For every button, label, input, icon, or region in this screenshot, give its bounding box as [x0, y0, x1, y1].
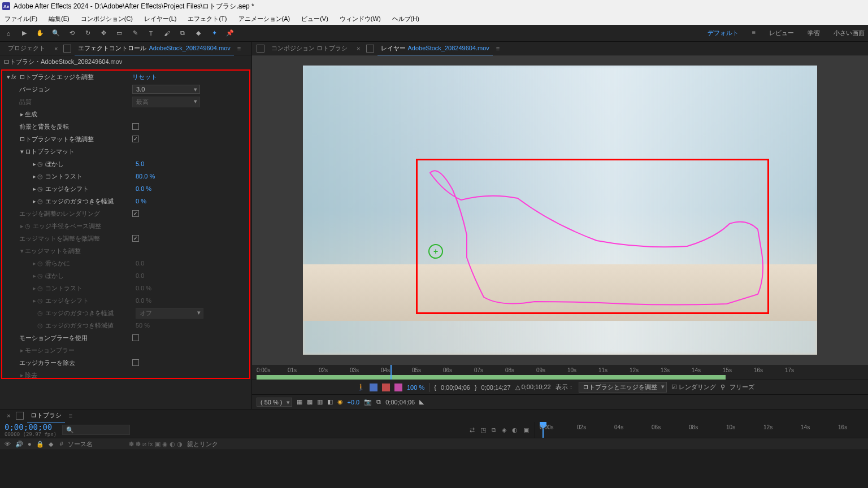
person-icon[interactable]: 🚶 — [357, 384, 365, 391]
hand-tool-icon[interactable]: ✋ — [35, 28, 45, 38]
channel-icon[interactable]: ◧ — [327, 398, 333, 406]
rotate-tool-icon[interactable]: ↻ — [83, 28, 93, 38]
exposure-value[interactable]: +0.0 — [348, 399, 360, 406]
shift-edge-value[interactable]: 0.0 % — [136, 185, 151, 192]
menu-file[interactable]: ファイル(F) — [2, 14, 40, 24]
close-tab-icon[interactable]: × — [52, 45, 60, 52]
zoom-dropdown[interactable]: ( 50 % ) — [257, 398, 292, 407]
twirl-down-icon[interactable]: ▾ — [6, 73, 11, 81]
fx-badge-icon[interactable]: fx — [11, 73, 19, 80]
panel-lock-icon[interactable] — [257, 45, 264, 53]
timeline-ruler[interactable]: 0:00s02s04s06s08s10s12s14s16s18s20s22s24… — [535, 422, 863, 438]
selection-tool-icon[interactable]: ▶ — [19, 28, 29, 38]
in-point-icon[interactable]: { — [434, 384, 436, 391]
out-point-icon[interactable]: } — [475, 384, 477, 391]
twirl-right-icon[interactable]: ▸ — [32, 173, 37, 180]
alpha-icon[interactable]: ◣ — [419, 398, 424, 406]
produce-label[interactable]: 生成 — [25, 110, 138, 119]
transparency-grid-icon[interactable]: ▩ — [307, 398, 313, 406]
graph-editor-icon[interactable]: ▣ — [523, 426, 529, 434]
segment-color-swatch[interactable] — [382, 384, 390, 391]
rendering-checkbox[interactable]: ☑ レンダリング — [671, 383, 716, 391]
shape-tool-icon[interactable]: ▭ — [114, 28, 124, 38]
orbit-tool-icon[interactable]: ⟲ — [67, 28, 77, 38]
twirl-down-icon[interactable]: ▾ — [19, 148, 25, 155]
panel-lock-icon[interactable] — [16, 412, 24, 420]
frame-blend-icon[interactable]: ◈ — [502, 426, 506, 434]
show-snapshot-icon[interactable]: ⧉ — [376, 398, 381, 406]
segment-color-swatch[interactable] — [394, 384, 402, 391]
current-time-value[interactable]: 0;00;04;06 — [385, 399, 415, 406]
freeze-button[interactable]: フリーズ — [730, 383, 754, 391]
feather-value[interactable]: 5.0 — [136, 160, 144, 167]
hide-shy-icon[interactable]: ⧉ — [492, 426, 496, 434]
clone-tool-icon[interactable]: ⧉ — [177, 28, 188, 38]
workspace-review[interactable]: レビュー — [769, 29, 794, 37]
panel-menu-icon[interactable]: ≡ — [496, 45, 500, 52]
stopwatch-icon[interactable]: ◷ — [37, 198, 45, 205]
brush-size-value[interactable]: 100 % — [407, 384, 424, 391]
anchor-tool-icon[interactable]: ✥ — [98, 28, 108, 38]
eraser-tool-icon[interactable]: ◆ — [193, 28, 203, 38]
timeline-timecode[interactable]: 0;00;00;00 — [5, 422, 57, 432]
menu-window[interactable]: ウィンドウ(W) — [337, 14, 383, 24]
layer-playhead[interactable] — [390, 365, 392, 380]
effect-controls-tab[interactable]: エフェクトコントロール AdobeStock_208249604.mov — [75, 42, 233, 55]
invert-fg-bg-checkbox[interactable] — [132, 123, 139, 130]
menu-help[interactable]: ヘルプ(H) — [390, 14, 422, 24]
pen-tool-icon[interactable]: ✎ — [130, 28, 140, 38]
use-motion-blur-checkbox[interactable] — [132, 334, 139, 341]
out-point-value[interactable]: 0;00;14;27 — [481, 384, 511, 391]
source-name-header[interactable]: ソース名 — [68, 440, 124, 448]
twirl-right-icon[interactable]: ▸ — [19, 111, 25, 118]
layer-tab[interactable]: レイヤー AdobeStock_208249604.mov — [377, 42, 493, 55]
viewer-body[interactable]: + — [252, 55, 868, 365]
workspace-small[interactable]: 小さい画面 — [834, 29, 865, 37]
twirl-right-icon[interactable]: ▸ — [32, 160, 37, 168]
menu-animation[interactable]: アニメーション(A) — [236, 14, 293, 24]
segment-color-swatch[interactable] — [370, 384, 377, 391]
mask-toggle-icon[interactable]: ▥ — [317, 398, 323, 406]
home-icon[interactable]: ⌂ — [3, 28, 14, 38]
color-mgmt-icon[interactable]: ◉ — [337, 398, 343, 406]
ec-tab-filename[interactable]: AdobeStock_208249604.mov — [149, 45, 230, 51]
pin-tool-icon[interactable]: 📌 — [225, 28, 235, 38]
workspace-study[interactable]: 学習 — [808, 29, 820, 37]
close-tab-icon[interactable]: × — [5, 412, 12, 419]
project-tab[interactable]: プロジェクト — [5, 42, 49, 55]
menu-layer[interactable]: レイヤー(L) — [142, 14, 179, 24]
effect-name-label[interactable]: ロトブラシとエッジを調整 — [19, 73, 132, 81]
in-point-value[interactable]: 0;00;04;06 — [441, 384, 470, 391]
type-tool-icon[interactable]: T — [146, 28, 156, 38]
display-mode-dropdown[interactable]: ロトブラシとエッジを調整 — [579, 382, 667, 393]
label-column-icon[interactable]: ◆ — [49, 441, 55, 448]
layer-time-ruler[interactable]: 0:00s01s02s03s04s05s06s07s08s09s10s11s12… — [252, 365, 868, 380]
timeline-tab[interactable]: ロトブラシ — [27, 409, 65, 422]
composition-tab[interactable]: コンポジション ロトブラシ — [268, 42, 351, 55]
contrast-value[interactable]: 80.0 % — [136, 173, 155, 180]
roto-matte-group-label[interactable]: ロトブラシマット — [25, 147, 138, 156]
timeline-search-input[interactable] — [62, 425, 130, 435]
twirl-right-icon[interactable]: ▸ — [32, 198, 37, 205]
resolution-icon[interactable]: ▦ — [297, 398, 302, 406]
twirl-right-icon[interactable]: ▸ — [32, 185, 37, 193]
menu-view[interactable]: ビュー(V) — [299, 14, 331, 24]
stopwatch-icon[interactable]: ◷ — [37, 173, 45, 180]
decontaminate-checkbox[interactable] — [132, 359, 139, 366]
roto-span-bar[interactable] — [257, 375, 726, 380]
layer-preview[interactable]: + — [303, 66, 817, 355]
reset-link[interactable]: リセット — [132, 73, 157, 81]
layer-tab-filename[interactable]: AdobeStock_208249604.mov — [408, 45, 489, 51]
panel-menu-icon[interactable]: ≡ — [68, 412, 72, 419]
lock-column-icon[interactable]: 🔒 — [36, 441, 44, 448]
snapshot-icon[interactable]: 📷 — [364, 398, 372, 406]
menu-edit[interactable]: 編集(E) — [46, 14, 72, 24]
version-dropdown[interactable]: 3.0 — [132, 85, 200, 94]
motion-blur-icon[interactable]: ◐ — [512, 426, 518, 434]
comp-mini-flowchart-icon[interactable]: ⇄ — [470, 426, 475, 434]
freeze-icon[interactable]: ⚲ — [721, 384, 725, 391]
stopwatch-icon[interactable]: ◷ — [37, 185, 45, 193]
eye-column-icon[interactable]: 👁 — [5, 441, 11, 447]
draft3d-icon[interactable]: ◳ — [480, 426, 486, 434]
menu-effect[interactable]: エフェクト(T) — [185, 14, 229, 24]
